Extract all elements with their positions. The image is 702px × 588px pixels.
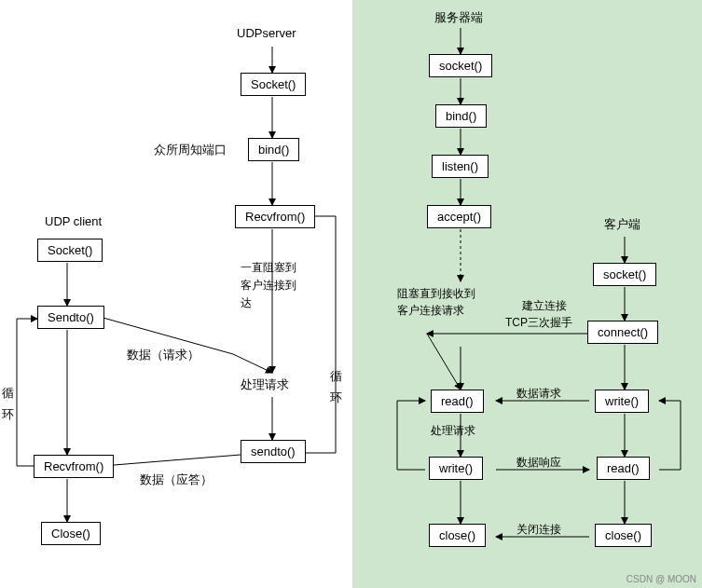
- tcp-data-resp-label: 数据响应: [516, 455, 561, 471]
- tcp-client-connect: connect(): [587, 321, 658, 344]
- udp-client-title: UDP client: [45, 214, 102, 228]
- tcp-server-read: read(): [431, 390, 484, 413]
- tcp-process-label: 处理请求: [431, 423, 475, 439]
- tcp-client-read: read(): [597, 457, 650, 480]
- tcp-server-socket: socket(): [429, 54, 492, 77]
- udp-loop-left-label: 循 环: [2, 382, 14, 426]
- tcp-close-conn-label: 关闭连接: [516, 522, 561, 538]
- tcp-server-close: close(): [429, 524, 486, 547]
- udp-loop-right-label: 循 环: [330, 365, 342, 409]
- udp-data-resp-label: 数据（应答）: [140, 472, 213, 488]
- tcp-server-listen: listen(): [432, 155, 489, 178]
- tcp-server-accept: accept(): [427, 205, 491, 228]
- tcp-server-bind: bind(): [435, 104, 487, 128]
- udp-block-label: 一直阻塞到 客户连接到 达: [241, 259, 296, 313]
- udp-client-sendto: Sendto(): [37, 306, 104, 329]
- watermark: CSDN @ MOON: [626, 574, 696, 584]
- udp-process-label: 处理请求: [241, 376, 289, 393]
- tcp-server-title: 服务器端: [434, 9, 483, 26]
- udp-client-socket: Socket(): [37, 239, 103, 262]
- svg-line-8: [103, 455, 241, 466]
- tcp-establish-label: 建立连接: [522, 298, 567, 314]
- tcp-client-socket: socket(): [593, 263, 656, 286]
- udp-server-recvfrom: Recvfrom(): [235, 205, 315, 228]
- udp-client-close: Close(): [41, 522, 101, 545]
- udp-client-recvfrom: Recvfrom(): [34, 455, 114, 478]
- tcp-block-label: 阻塞直到接收到 客户连接请求: [397, 285, 475, 319]
- udp-data-req-label: 数据（请求）: [127, 347, 200, 363]
- tcp-server-write: write(): [429, 457, 483, 480]
- tcp-client-write: write(): [595, 390, 649, 413]
- tcp-handshake-label: TCP三次握手: [505, 315, 572, 331]
- udp-server-socket: Socket(): [241, 73, 306, 96]
- udp-well-known-port-label: 众所周知端口: [154, 142, 227, 158]
- udp-server-sendto: sendto(): [241, 440, 306, 463]
- udp-server-title: UDPserver: [237, 26, 296, 40]
- tcp-data-req-label: 数据请求: [516, 386, 561, 402]
- tcp-client-close: close(): [595, 524, 652, 547]
- tcp-client-title: 客户端: [604, 216, 640, 233]
- udp-server-bind: bind(): [248, 138, 299, 161]
